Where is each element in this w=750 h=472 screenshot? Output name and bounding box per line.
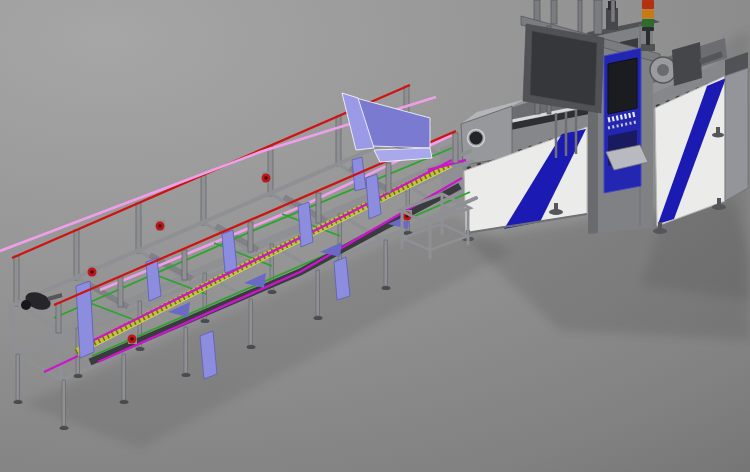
rack-post: [201, 175, 206, 225]
enclosure-post: [594, 0, 602, 34]
machine-scene: [0, 0, 750, 472]
rack-post-front: [182, 250, 187, 280]
signal-base: [641, 44, 655, 51]
rack-post-front: [453, 133, 458, 163]
cad-render-stage: [0, 0, 750, 472]
signal-cap: [642, 27, 654, 31]
clamp-unit: [156, 220, 166, 231]
rack-post-front: [118, 277, 123, 307]
rack-foot: [382, 286, 391, 290]
motor-cap: [21, 300, 31, 310]
rack-foot: [14, 400, 23, 404]
rack-post: [136, 203, 141, 253]
rack-leg: [249, 299, 253, 345]
rack-post-front: [248, 222, 253, 252]
rack-leg: [184, 327, 188, 373]
rack-post-front: [386, 163, 391, 193]
support-plate: [298, 202, 313, 247]
rack-post: [74, 230, 79, 280]
rack-foot: [268, 290, 277, 294]
rotary-flange-hub: [657, 64, 669, 76]
hmi-screen[interactable]: [608, 58, 637, 114]
machine-end-cap: [725, 68, 748, 201]
clamp-unit: [88, 266, 98, 277]
signal-light-amber: [642, 10, 654, 19]
laser-machine: [440, 0, 748, 242]
clamp-unit: [128, 333, 138, 344]
monitor-panel: [530, 31, 597, 106]
signal-light-red: [642, 0, 654, 9]
rack-foot: [136, 347, 145, 351]
rack-post: [268, 146, 273, 196]
rack-post-front: [316, 193, 321, 223]
hmi-panel: [604, 48, 648, 193]
rack-foot: [74, 374, 83, 378]
support-plate: [366, 174, 381, 219]
rack-leg: [384, 240, 388, 286]
chuck-bore: [470, 132, 483, 145]
clamp-unit: [262, 172, 272, 183]
rack-post-front: [56, 303, 61, 333]
flipper: [320, 242, 342, 257]
rack-leg: [16, 354, 20, 400]
rack-foot: [247, 345, 256, 349]
rack-foot: [182, 373, 191, 377]
rack-post: [14, 256, 19, 306]
rack-foot: [314, 316, 323, 320]
flipper: [244, 273, 266, 288]
left-end-upright: [10, 306, 16, 354]
signal-light-green: [642, 19, 654, 27]
enclosure-post: [611, 0, 615, 22]
enclosure-post: [551, 0, 557, 24]
rack-foot: [201, 319, 210, 323]
rack-post: [336, 116, 341, 166]
rack-foot: [60, 426, 69, 430]
rack-leg: [316, 270, 320, 316]
rack-foot: [120, 400, 129, 404]
motor-shaft: [48, 295, 62, 299]
rack-leg: [62, 380, 66, 426]
rack-leg: [122, 354, 126, 400]
